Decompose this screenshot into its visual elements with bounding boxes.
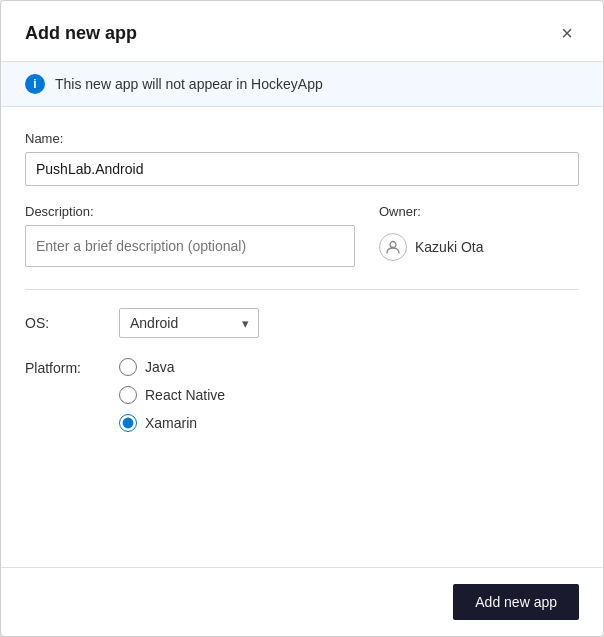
- divider-1: [25, 289, 579, 290]
- platform-row: Platform: Java React Native Xamarin: [25, 358, 579, 432]
- info-icon: i: [25, 74, 45, 94]
- platform-radio-react-native[interactable]: [119, 386, 137, 404]
- dialog-title: Add new app: [25, 23, 137, 44]
- platform-label-java: Java: [145, 359, 175, 375]
- platform-option-java[interactable]: Java: [119, 358, 225, 376]
- platform-label-xamarin: Xamarin: [145, 415, 197, 431]
- name-label: Name:: [25, 131, 579, 146]
- dialog-body: Name: Description: Owner: Kazuki Ota: [1, 107, 603, 567]
- owner-row: Kazuki Ota: [379, 225, 579, 261]
- platform-label-react-native: React Native: [145, 387, 225, 403]
- owner-label: Owner:: [379, 204, 579, 219]
- os-label: OS:: [25, 315, 95, 331]
- description-col: Description:: [25, 204, 355, 267]
- svg-point-0: [390, 242, 396, 248]
- platform-option-react-native[interactable]: React Native: [119, 386, 225, 404]
- description-input[interactable]: [25, 225, 355, 267]
- close-button[interactable]: ×: [555, 19, 579, 47]
- platform-option-xamarin[interactable]: Xamarin: [119, 414, 225, 432]
- platform-radio-xamarin[interactable]: [119, 414, 137, 432]
- owner-col: Owner: Kazuki Ota: [379, 204, 579, 261]
- os-row: OS: Android iOS Windows Custom: [25, 308, 579, 338]
- description-owner-row: Description: Owner: Kazuki Ota: [25, 204, 579, 267]
- add-new-app-dialog: Add new app × i This new app will not ap…: [0, 0, 604, 637]
- os-select-wrapper: Android iOS Windows Custom: [119, 308, 259, 338]
- avatar-icon: [379, 233, 407, 261]
- info-banner: i This new app will not appear in Hockey…: [1, 61, 603, 107]
- platform-options: Java React Native Xamarin: [119, 358, 225, 432]
- name-input[interactable]: [25, 152, 579, 186]
- dialog-footer: Add new app: [1, 567, 603, 636]
- add-new-app-button[interactable]: Add new app: [453, 584, 579, 620]
- description-label: Description:: [25, 204, 355, 219]
- dialog-header: Add new app ×: [1, 1, 603, 61]
- info-banner-text: This new app will not appear in HockeyAp…: [55, 76, 323, 92]
- platform-label: Platform:: [25, 358, 95, 376]
- platform-radio-java[interactable]: [119, 358, 137, 376]
- os-select[interactable]: Android iOS Windows Custom: [119, 308, 259, 338]
- owner-name: Kazuki Ota: [415, 239, 483, 255]
